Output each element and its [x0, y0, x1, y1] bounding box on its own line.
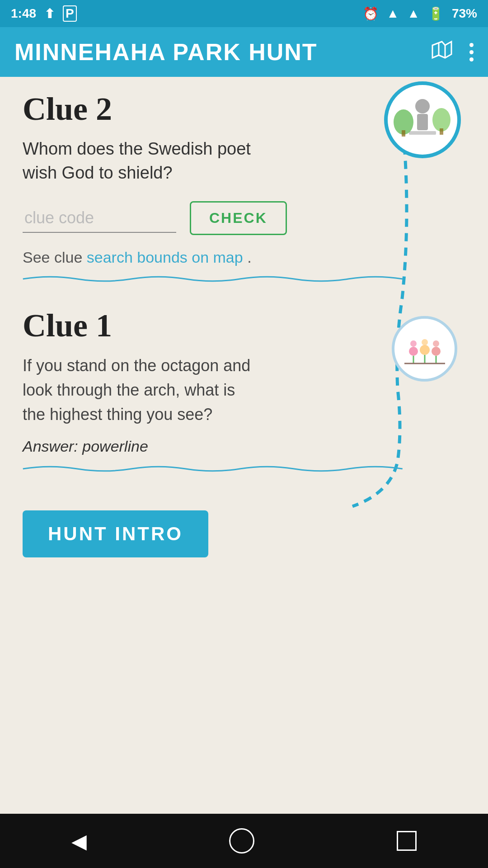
- svg-point-13: [432, 347, 441, 356]
- battery-percent: 73%: [452, 6, 477, 21]
- battery-icon: 🔋: [428, 6, 444, 21]
- clue-code-input[interactable]: [23, 204, 176, 233]
- overflow-menu-button[interactable]: [469, 43, 474, 61]
- check-button[interactable]: CHECK: [190, 201, 287, 235]
- map-icon[interactable]: [431, 40, 453, 64]
- svg-point-9: [409, 347, 418, 356]
- status-time: 1:48: [11, 6, 36, 21]
- svg-point-10: [410, 340, 417, 347]
- clue1-section: Clue 1 If you stand on the octagon and l…: [23, 307, 470, 474]
- clue2-divider: [23, 274, 403, 284]
- clue2-badge: [384, 81, 461, 158]
- app-title: MINNEHAHA PARK HUNT: [14, 38, 318, 66]
- svg-point-2: [415, 99, 430, 113]
- clue1-divider: [23, 463, 403, 474]
- svg-point-7: [432, 108, 450, 132]
- svg-rect-6: [402, 130, 405, 137]
- alarm-icon: ⏰: [363, 6, 379, 21]
- upload-icon: ⬆: [44, 6, 55, 21]
- clue1-badge: [392, 316, 457, 382]
- status-right: ⏰ ▲ ▲ 🔋 73%: [363, 6, 477, 21]
- clue2-question: Whom does the Swedish poet wish God to s…: [23, 137, 258, 185]
- svg-point-11: [420, 345, 430, 355]
- home-button[interactable]: [229, 828, 254, 854]
- svg-rect-8: [440, 128, 443, 135]
- clue2-input-row: CHECK: [23, 201, 470, 235]
- clue1-answer: Answer: powerline: [23, 438, 470, 455]
- svg-point-14: [433, 340, 439, 347]
- svg-rect-4: [409, 131, 436, 135]
- wifi-icon: ▲: [387, 6, 399, 21]
- main-content: Clue 2 Whom does the Swedish poet wish G…: [0, 77, 488, 814]
- parking-icon: P: [63, 5, 77, 22]
- svg-rect-3: [417, 114, 428, 130]
- svg-point-12: [422, 339, 428, 345]
- app-bar-icons: [431, 40, 474, 64]
- recent-apps-button[interactable]: [397, 831, 417, 851]
- status-left: 1:48 ⬆ P: [11, 5, 77, 22]
- see-clue-map-link[interactable]: search bounds on map: [87, 249, 243, 266]
- signal-icon: ▲: [407, 6, 420, 21]
- back-button[interactable]: ◀: [71, 830, 87, 853]
- clue2-section: Clue 2 Whom does the Swedish poet wish G…: [23, 90, 470, 284]
- status-bar: 1:48 ⬆ P ⏰ ▲ ▲ 🔋 73%: [0, 0, 488, 27]
- nav-bar: ◀: [0, 814, 488, 868]
- see-clue-text: See clue search bounds on map .: [23, 249, 470, 266]
- app-bar: MINNEHAHA PARK HUNT: [0, 27, 488, 77]
- clue1-question: If you stand on the octagon and look thr…: [23, 354, 258, 427]
- hunt-intro-container: HUNT INTRO: [23, 497, 470, 566]
- hunt-intro-button[interactable]: HUNT INTRO: [23, 510, 208, 557]
